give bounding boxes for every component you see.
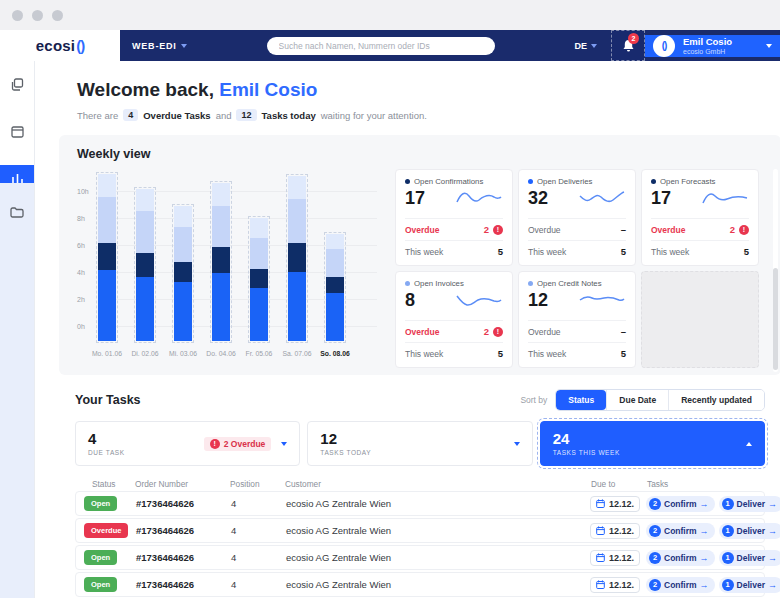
y-axis-tick: 0h	[77, 323, 93, 330]
status-badge: Open	[84, 496, 117, 511]
chevron-up-icon[interactable]	[746, 442, 752, 446]
webedi-label: WEB-EDI	[132, 41, 177, 51]
arrow-right-icon: →	[768, 526, 777, 536]
window-control-dot[interactable]	[12, 10, 23, 21]
search-input[interactable]	[267, 37, 495, 55]
ecosio-logo[interactable]: ecosi()	[0, 30, 120, 61]
chart-bar	[212, 183, 230, 341]
stat-card-open-forecasts[interactable]: Open Forecasts 17 Overdue 2 ! This week …	[641, 169, 759, 266]
sidebar-item-folder[interactable]	[0, 197, 34, 227]
deliver-button[interactable]: 1 Deliver →	[719, 496, 780, 512]
col-tasks: Tasks	[647, 479, 765, 489]
window-control-dot[interactable]	[52, 10, 63, 21]
chart-bar	[98, 174, 116, 341]
weekly-panel: Weekly view 0h2h4h6h8h10hMo. 01.06Di. 02…	[59, 135, 780, 375]
segment-light	[136, 211, 154, 253]
summary-card-due-task[interactable]: 4 DUE TASK ! 2 Overdue	[75, 421, 300, 466]
position: 4	[231, 579, 286, 590]
stat-card-open-deliveries[interactable]: Open Deliveries 32 Overdue – This week 5	[518, 169, 636, 266]
table-row[interactable]: Open #1736464626 4 ecosio AG Zentrale Wi…	[75, 545, 765, 570]
table-row[interactable]: Open #1736464626 4 ecosio AG Zentrale Wi…	[75, 491, 765, 516]
welcome-subtitle: There are 4 Overdue Tasks and 12 Tasks t…	[77, 109, 780, 121]
overdue-count-badge: 4	[123, 109, 138, 121]
week-label: This week	[405, 349, 443, 359]
segment-mid	[288, 243, 306, 271]
confirm-count-badge: 2	[649, 525, 661, 537]
tasks-today-label: Tasks today	[262, 110, 316, 121]
chevron-down-icon[interactable]	[514, 442, 520, 446]
stats-scrollbar[interactable]	[773, 169, 778, 372]
due-date-chip[interactable]: 12.12.	[590, 577, 640, 593]
webedi-dropdown[interactable]: WEB-EDI	[132, 41, 187, 51]
segment-light	[212, 206, 230, 248]
segment-mid	[98, 243, 116, 270]
sidebar-lower	[0, 183, 34, 598]
chevron-down-icon	[766, 44, 772, 48]
customer: ecosio AG Zentrale Wien	[286, 579, 590, 590]
deliver-button[interactable]: 1 Deliver →	[719, 577, 780, 593]
stat-card-open-credit-notes[interactable]: Open Credit Notes 12 Overdue – This week…	[518, 271, 636, 368]
due-date-chip[interactable]: 12.12.	[590, 550, 640, 566]
segment-bottom	[288, 272, 306, 341]
deliver-label: Deliver	[737, 553, 765, 563]
due-date-chip[interactable]: 12.12.	[590, 523, 640, 539]
logo-text: ecosi	[36, 37, 75, 54]
confirm-button[interactable]: 2 Confirm →	[646, 523, 715, 539]
sort-recently-updated-button[interactable]: Recently updated	[668, 390, 764, 410]
stat-cards-grid: Open Confirmations 17 Overdue 2 ! This w…	[395, 169, 759, 375]
sort-segmented-control: Status Due Date Recently updated	[555, 389, 765, 411]
segment-light	[288, 199, 306, 244]
sort-due-date-button[interactable]: Due Date	[606, 390, 668, 410]
empty-card-placeholder	[641, 271, 759, 368]
logo-mark: ()	[76, 37, 84, 54]
summary-card-tasks-today[interactable]: 12 TASKS TODAY	[307, 421, 532, 466]
window-control-dot[interactable]	[32, 10, 43, 21]
deliver-button[interactable]: 1 Deliver →	[719, 523, 780, 539]
segment-lightest	[174, 206, 192, 228]
stat-value: 12	[528, 290, 548, 311]
stat-card-open-confirmations[interactable]: Open Confirmations 17 Overdue 2 ! This w…	[395, 169, 513, 266]
deliver-button[interactable]: 1 Deliver →	[719, 550, 780, 566]
confirm-label: Confirm	[664, 553, 697, 563]
week-value: 5	[498, 246, 503, 257]
weekly-chart-block: Weekly view 0h2h4h6h8h10hMo. 01.06Di. 02…	[77, 147, 395, 375]
col-order-number: Order Number	[135, 479, 230, 489]
series-dot-icon	[651, 179, 656, 184]
welcome-prefix: Welcome back,	[77, 79, 214, 100]
arrow-right-icon: →	[768, 553, 777, 563]
overdue-value: 2	[730, 224, 735, 235]
deliver-count-badge: 1	[722, 525, 734, 537]
confirm-button[interactable]: 2 Confirm →	[646, 496, 715, 512]
week-value: 5	[621, 246, 626, 257]
sort-status-button[interactable]: Status	[556, 390, 606, 410]
confirm-button[interactable]: 2 Confirm →	[646, 550, 715, 566]
summary-card-tasks-this-week[interactable]: 24 TASKS THIS WEEK	[540, 421, 765, 466]
due-date: 12.12.	[609, 526, 634, 536]
sparkline-icon	[578, 290, 626, 312]
page-title: Welcome back, Emil Cosio	[77, 79, 780, 101]
language-dropdown[interactable]: DE	[574, 41, 597, 51]
sort-control: Sort by Status Due Date Recently updated	[520, 389, 765, 411]
due-date-chip[interactable]: 12.12.	[590, 496, 640, 512]
y-axis-tick: 2h	[77, 296, 93, 303]
stat-card-open-invoices[interactable]: Open Invoices 8 Overdue 2 ! This week 5	[395, 271, 513, 368]
user-org: ecosio GmbH	[683, 48, 732, 55]
user-name: Emil Cosio	[683, 36, 732, 47]
table-row[interactable]: Open #1736464626 4 ecosio AG Zentrale Wi…	[75, 572, 765, 597]
deliver-count-badge: 1	[722, 498, 734, 510]
notifications-button[interactable]: 2	[611, 30, 645, 61]
segment-mid	[174, 262, 192, 282]
stat-label: Open Invoices	[414, 279, 464, 288]
overdue-value: 2	[484, 326, 489, 337]
chevron-down-icon[interactable]	[281, 442, 287, 446]
segment-mid	[326, 277, 344, 293]
confirm-button[interactable]: 2 Confirm →	[646, 577, 715, 593]
y-axis-tick: 4h	[77, 269, 93, 276]
sidebar-item-monitoring[interactable]	[0, 117, 34, 147]
overdue-label: Overdue	[528, 327, 561, 337]
sidebar-item-documents[interactable]	[0, 69, 34, 99]
sparkline-icon	[578, 188, 626, 210]
scrollbar-thumb[interactable]	[773, 268, 778, 370]
table-row[interactable]: Overdue #1736464626 4 ecosio AG Zentrale…	[75, 518, 765, 543]
user-menu[interactable]: () Emil Cosio ecosio GmbH	[645, 35, 780, 57]
